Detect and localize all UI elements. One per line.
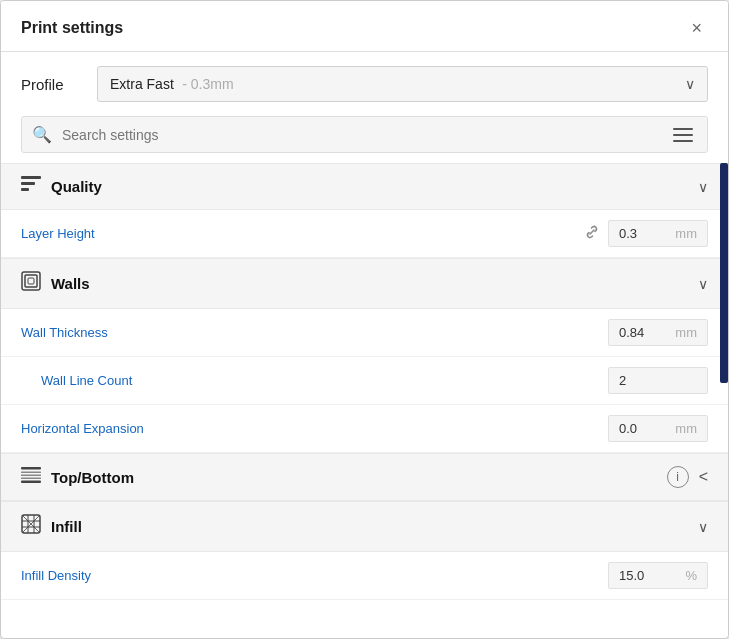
top-bottom-actions: i < [667, 466, 708, 488]
quality-icon [21, 176, 41, 197]
svg-rect-7 [21, 471, 41, 473]
top-bottom-title: Top/Bottom [51, 469, 134, 486]
menu-line-2 [673, 134, 693, 136]
horizontal-expansion-label: Horizontal Expansion [21, 421, 144, 436]
profile-dropdown[interactable]: Extra Fast - 0.3mm ∨ [97, 66, 708, 102]
quality-chevron-icon: ∨ [698, 179, 708, 195]
scrollbar-thumb[interactable] [720, 163, 728, 383]
section-header-walls[interactable]: Walls ∨ [1, 258, 728, 309]
setting-row-infill-density: Infill Density 15.0 % [1, 552, 728, 600]
svg-rect-10 [21, 480, 41, 483]
section-left: Walls [21, 271, 90, 296]
walls-chevron-icon: ∨ [698, 276, 708, 292]
svg-rect-9 [21, 477, 41, 479]
profile-chevron-icon: ∨ [685, 76, 695, 92]
top-bottom-icon [21, 467, 41, 488]
wall-thickness-controls: 0.84 mm [608, 319, 708, 346]
section-left: Top/Bottom [21, 467, 134, 488]
dialog-title: Print settings [21, 19, 123, 37]
link-icon[interactable] [584, 224, 600, 243]
profile-row: Profile Extra Fast - 0.3mm ∨ [1, 52, 728, 116]
menu-icon[interactable] [659, 120, 707, 150]
svg-rect-1 [21, 182, 35, 185]
print-settings-dialog: Print settings × Profile Extra Fast - 0.… [0, 0, 729, 639]
section-header-quality[interactable]: Quality ∨ [1, 163, 728, 210]
wall-line-count-input[interactable]: 2 [608, 367, 708, 394]
content-area: Quality ∨ Layer Height 0.3 mm [1, 163, 728, 638]
svg-rect-2 [21, 188, 29, 191]
svg-rect-8 [21, 474, 41, 476]
setting-row-layer-height: Layer Height 0.3 mm [1, 210, 728, 258]
section-left: Quality [21, 176, 102, 197]
section-left: Infill [21, 514, 82, 539]
layer-height-input[interactable]: 0.3 mm [608, 220, 708, 247]
infill-title: Infill [51, 518, 82, 535]
wall-line-count-controls: 2 [608, 367, 708, 394]
section-header-infill[interactable]: Infill ∨ [1, 501, 728, 552]
infill-icon [21, 514, 41, 539]
wall-thickness-input[interactable]: 0.84 mm [608, 319, 708, 346]
infill-chevron-icon: ∨ [698, 519, 708, 535]
infill-density-input[interactable]: 15.0 % [608, 562, 708, 589]
setting-row-wall-line-count: Wall Line Count 2 [1, 357, 728, 405]
profile-value: Extra Fast [110, 76, 174, 92]
menu-line-3 [673, 140, 693, 142]
search-input[interactable] [62, 119, 659, 151]
close-button[interactable]: × [685, 17, 708, 39]
infill-density-label: Infill Density [21, 568, 91, 583]
svg-rect-5 [28, 278, 34, 284]
layer-height-controls: 0.3 mm [584, 220, 708, 247]
search-icon: 🔍 [22, 117, 62, 152]
title-bar: Print settings × [1, 1, 728, 52]
walls-icon [21, 271, 41, 296]
scrollbar-track [720, 163, 728, 638]
top-bottom-chevron-icon: < [699, 468, 708, 486]
walls-title: Walls [51, 275, 90, 292]
svg-rect-6 [21, 467, 41, 470]
setting-row-wall-thickness: Wall Thickness 0.84 mm [1, 309, 728, 357]
layer-height-label: Layer Height [21, 226, 95, 241]
infill-density-controls: 15.0 % [608, 562, 708, 589]
menu-line-1 [673, 128, 693, 130]
profile-subtitle: - 0.3mm [182, 76, 233, 92]
quality-title: Quality [51, 178, 102, 195]
info-icon[interactable]: i [667, 466, 689, 488]
horizontal-expansion-controls: 0.0 mm [608, 415, 708, 442]
horizontal-expansion-input[interactable]: 0.0 mm [608, 415, 708, 442]
wall-line-count-label: Wall Line Count [21, 373, 132, 388]
svg-rect-0 [21, 176, 41, 179]
wall-thickness-label: Wall Thickness [21, 325, 108, 340]
profile-label: Profile [21, 76, 81, 93]
setting-row-horizontal-expansion: Horizontal Expansion 0.0 mm [1, 405, 728, 453]
svg-rect-4 [25, 275, 37, 287]
section-header-top-bottom[interactable]: Top/Bottom i < [1, 453, 728, 501]
search-bar: 🔍 [21, 116, 708, 153]
